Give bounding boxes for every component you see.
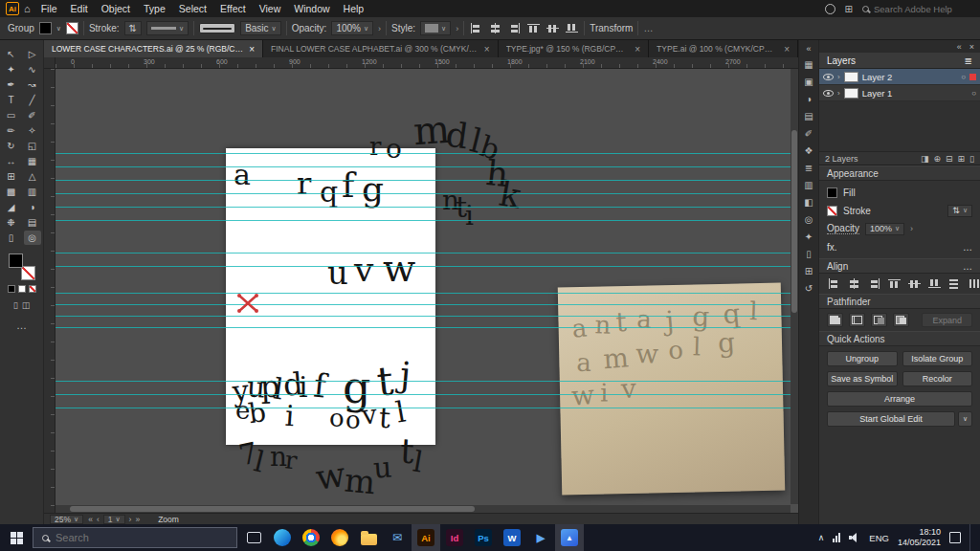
tool-magic-wand[interactable]: ✦ [3, 62, 20, 77]
document-tab[interactable]: TYPE.jpg* @ 150 % (RGB/CPU Previe...× [499, 40, 649, 57]
stroke-weight-select[interactable]: ⇅ [124, 21, 142, 35]
taskbar-app-photos[interactable]: ▲ [555, 524, 584, 551]
stroke-panel-icon[interactable]: ≣ [805, 164, 813, 173]
opacity-link[interactable]: Opacity [827, 223, 859, 234]
al-vc-icon[interactable] [546, 22, 560, 34]
tool-curvature[interactable]: ↝ [24, 77, 41, 92]
taskbar-app-movies-tv[interactable]: ▶ [526, 524, 555, 551]
libraries-panel-icon[interactable]: ▦ [804, 60, 813, 70]
al-top-icon[interactable] [887, 277, 902, 290]
panel-options-icon[interactable]: … [963, 261, 972, 272]
tool-direct-selection[interactable]: ▷ [24, 47, 41, 61]
tool-blend[interactable]: ◑ [24, 200, 41, 214]
opacity-value-select[interactable]: 100%∨ [865, 223, 904, 235]
al-right-icon[interactable] [507, 22, 522, 34]
apps-grid-icon[interactable]: ⊞ [845, 4, 853, 14]
pf-exclude-icon[interactable] [893, 313, 909, 327]
panel-options-icon[interactable]: … [963, 242, 972, 253]
menu-help[interactable]: Help [337, 3, 371, 14]
prev-artboard-icon[interactable]: ‹ [97, 515, 100, 524]
visibility-eye-icon[interactable] [823, 74, 834, 80]
layers-panel-header[interactable]: Layers ≣ [819, 53, 980, 69]
tab-close-icon[interactable]: × [249, 44, 255, 55]
language-indicator[interactable]: ENG [869, 533, 889, 543]
tool-lasso[interactable]: ∿ [24, 62, 41, 77]
visibility-eye-icon[interactable] [823, 90, 834, 97]
d-h-icon[interactable] [968, 277, 980, 290]
vertical-scroll-thumb[interactable] [791, 130, 797, 313]
tool-scale[interactable]: ◱ [24, 139, 41, 153]
style-panel-icon[interactable]: › [456, 24, 458, 33]
first-artboard-icon[interactable]: « [88, 515, 93, 524]
asset-export-panel-icon[interactable]: ⊞ [805, 267, 813, 276]
menu-edit[interactable]: Edit [64, 3, 95, 14]
quick-actions-header[interactable]: Quick Actions [819, 331, 980, 346]
tool-gradient[interactable]: ▥ [24, 185, 41, 199]
appearance-fill-row[interactable]: Fill [827, 185, 972, 200]
layer-row[interactable]: ›Layer 2○ [819, 69, 980, 85]
document-tab[interactable]: TYPE.ai @ 100 % (CMYK/CPU Previe...× [649, 40, 798, 57]
pf-minus-icon[interactable] [849, 313, 865, 327]
tool-pen[interactable]: ✒ [3, 77, 20, 92]
pf-unite-icon[interactable] [827, 313, 843, 327]
taskbar-app-photoshop[interactable]: Ps [469, 524, 498, 551]
help-search[interactable] [862, 4, 974, 14]
document-tab[interactable]: LOWER CASE CHARACTERS.ai @ 25 % (RGB/CPU… [44, 40, 263, 57]
quick-action-isolate-group[interactable]: Isolate Group [902, 351, 973, 366]
menu-object[interactable]: Object [95, 3, 137, 14]
home-icon[interactable]: ⌂ [24, 3, 31, 14]
taskbar-app-task-view[interactable] [239, 524, 268, 551]
clock[interactable]: 18:10 14/05/2021 [898, 527, 941, 549]
none-swatch-icon[interactable] [29, 285, 36, 293]
horizontal-scroll-thumb[interactable] [70, 506, 474, 512]
tab-close-icon[interactable]: × [784, 44, 790, 55]
tab-close-icon[interactable]: × [484, 44, 490, 55]
next-artboard-icon[interactable]: › [129, 515, 132, 524]
history-panel-icon[interactable]: ↺ [805, 284, 813, 294]
al-vc-icon[interactable] [907, 277, 922, 290]
help-search-input[interactable] [874, 4, 974, 14]
pathfinder-panel-header[interactable]: Pathfinder [819, 294, 980, 309]
taskbar-search-input[interactable] [56, 532, 228, 543]
vertical-scrollbar[interactable] [791, 69, 798, 504]
fill-dropdown-icon[interactable]: ∨ [56, 25, 61, 33]
screen-mode-normal-icon[interactable]: ▯ [13, 300, 18, 310]
opacity-select[interactable]: 100%∨ [331, 21, 373, 35]
tool-perspective-grid[interactable]: △ [24, 169, 41, 184]
tool-zoom[interactable]: ◎ [24, 231, 41, 245]
horizontal-scrollbar[interactable] [56, 505, 791, 513]
tool-rectangle[interactable]: ▭ [3, 108, 20, 122]
taskbar-app-indesign[interactable]: Id [440, 524, 469, 551]
tool-pencil[interactable]: ✏ [3, 123, 20, 138]
tool-symbol-sprayer[interactable]: ❉ [3, 215, 20, 230]
pf-intersect-icon[interactable] [871, 313, 887, 327]
al-left-icon[interactable] [827, 277, 841, 290]
menu-select[interactable]: Select [172, 3, 213, 14]
fill-swatch[interactable] [827, 187, 837, 198]
al-right-icon[interactable] [867, 277, 881, 290]
ruler-left[interactable] [44, 69, 56, 513]
expand-layer-icon[interactable]: › [837, 73, 840, 81]
d-v-icon[interactable] [947, 277, 962, 290]
tool-artboard[interactable]: ▯ [3, 231, 20, 245]
al-top-icon[interactable] [526, 22, 541, 34]
gradient-panel-icon[interactable]: ▥ [804, 181, 813, 190]
layer-target-icon[interactable]: ○ [971, 89, 976, 98]
tool-selection[interactable]: ↖ [3, 47, 20, 61]
more-options-icon[interactable]: … [643, 23, 654, 33]
taskbar-app-illustrator[interactable]: Ai [412, 524, 440, 551]
quick-action-arrange[interactable]: Arrange [827, 391, 972, 407]
tool-shape-builder[interactable]: ⊞ [3, 169, 20, 184]
tray-chevron-icon[interactable]: ∧ [818, 533, 825, 542]
taskbar-app-chrome[interactable] [297, 524, 325, 551]
volume-icon[interactable] [849, 533, 860, 543]
menu-effect[interactable]: Effect [213, 3, 253, 14]
transform-label[interactable]: Transform [590, 23, 633, 33]
taskbar-search[interactable] [33, 527, 237, 548]
taskbar-app-firefox[interactable] [325, 524, 354, 551]
gradient-swatch-icon[interactable] [18, 285, 26, 293]
fill-proxy-swatch[interactable] [9, 253, 23, 268]
symbols-panel-icon[interactable]: ❖ [805, 146, 813, 156]
al-bottom-icon[interactable] [927, 277, 942, 290]
tool-shaper[interactable]: ✧ [24, 123, 41, 138]
